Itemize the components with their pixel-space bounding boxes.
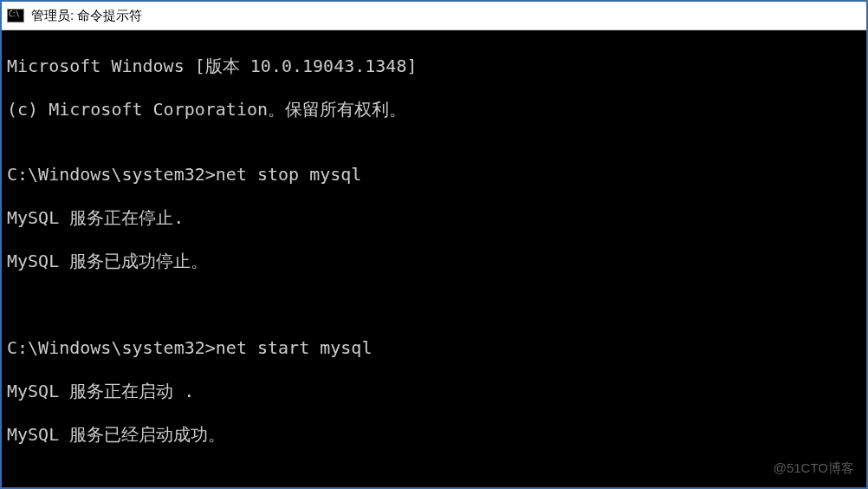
terminal-line: MySQL 服务已经启动成功。 [7,424,861,446]
terminal-line: C:\Windows\system32>net start mysql [7,337,861,359]
window-title: 管理员: 命令提示符 [31,8,142,24]
watermark-text: @51CTO博客 [774,457,854,479]
cmd-icon [7,9,24,23]
terminal-line: C:\Windows\system32>net stop mysql [7,164,861,186]
terminal-line: MySQL 服务正在启动 . [7,381,861,402]
terminal-line: MySQL 服务正在停止. [7,207,861,229]
window-titlebar[interactable]: 管理员: 命令提示符 [2,2,866,30]
terminal-line: MySQL 服务已成功停止。 [7,251,861,272]
terminal-line: Microsoft Windows [版本 10.0.19043.1348] [7,55,861,77]
terminal-line: (c) Microsoft Corporation。保留所有权利。 [7,99,861,121]
terminal-output[interactable]: Microsoft Windows [版本 10.0.19043.1348] (… [2,30,866,487]
